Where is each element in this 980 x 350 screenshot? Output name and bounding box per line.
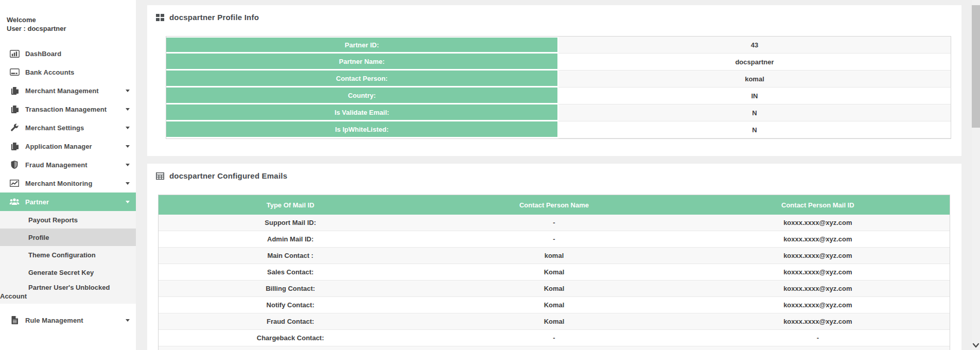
email-contact-name-cell (422, 346, 686, 350)
submenu-item-generate-secret-key[interactable]: Generate Secret Key (0, 264, 136, 281)
email-type-cell: Chargeback Contact: (159, 330, 422, 346)
email-contact-name-cell: Komal (422, 313, 686, 329)
profile-row-label: Partner ID: (166, 37, 558, 54)
profile-table-row: Contact Person: komal (166, 71, 951, 87)
submenu-item-partner-user-s-unblocked-account[interactable]: Partner User's Unblocked Account (0, 281, 131, 304)
users-icon (9, 198, 20, 206)
file-text-icon (9, 316, 20, 324)
caret-down-icon (126, 90, 130, 92)
sidebar: Welcome User : docspartner DashBoard Ban… (0, 0, 136, 350)
email-contact-name-cell: - (422, 215, 686, 231)
sidebar-item-transaction-management[interactable]: Transaction Management (0, 100, 136, 118)
email-contact-name-cell: - (422, 330, 686, 346)
emails-table-row: Billing Contact: Komal koxxx.xxxx@xyz.co… (159, 281, 950, 297)
email-type-cell: Notify Contact: (159, 297, 422, 313)
scrollbar-thumb[interactable] (972, 5, 980, 128)
vertical-scrollbar[interactable] (972, 0, 980, 350)
sidebar-item-dashboard[interactable]: DashBoard (0, 44, 136, 63)
email-mail-id-cell (686, 346, 950, 350)
configured-emails-header: docspartner Configured Emails (147, 164, 961, 180)
submenu-item-theme-configuration[interactable]: Theme Configuration (0, 246, 136, 264)
profile-info-card: docspartner Profile Info Partner ID: 43 … (147, 5, 961, 156)
email-mail-id-cell: koxxx.xxxx@xyz.com (686, 313, 950, 329)
welcome-block: Welcome User : docspartner (0, 0, 136, 33)
email-mail-id-cell: koxxx.xxxx@xyz.com (686, 231, 950, 247)
profile-row-value: N (558, 121, 951, 138)
emails-table-row: Sales Contact: Komal koxxx.xxxx@xyz.com (159, 264, 950, 281)
email-type-cell: Support Mail ID: (159, 215, 422, 231)
caret-down-icon (126, 108, 130, 111)
th-large-icon (156, 13, 165, 21)
email-mail-id-cell: - (686, 330, 950, 346)
profile-info-table: Partner ID: 43 Partner Name: docspartner… (166, 36, 951, 139)
email-contact-name-cell: Komal (422, 281, 686, 296)
profile-row-label: Partner Name: (166, 54, 558, 71)
sidebar-item-bank-accounts[interactable]: Bank Accounts (0, 63, 136, 81)
submenu-item-payout-reports[interactable]: Payout Reports (0, 211, 136, 229)
table-grid-icon (156, 172, 165, 180)
copy-pages-icon (9, 86, 20, 95)
configured-emails-card: docspartner Configured Emails Type Of Ma… (147, 164, 961, 350)
profile-row-label: Contact Person: (166, 71, 558, 87)
emails-header-contact-person-mail-id: Contact Person Mail ID (686, 195, 950, 215)
email-contact-name-cell: komal (422, 248, 686, 264)
user-label: User : docspartner (7, 24, 136, 33)
caret-down-icon (126, 201, 130, 203)
profile-row-label: Is IpWhiteListed: (166, 121, 558, 138)
email-mail-id-cell: koxxx.xxxx@xyz.com (686, 215, 950, 231)
profile-info-header: docspartner Profile Info (147, 5, 961, 22)
emails-header-type-of-mail-id: Type Of Mail ID (159, 195, 422, 215)
profile-row-value: docspartner (558, 54, 951, 71)
caret-down-icon (126, 127, 130, 129)
profile-row-value: IN (558, 87, 951, 104)
copy-pages-icon (9, 142, 20, 150)
configured-emails-table: Type Of Mail IDContact Person NameContac… (158, 195, 950, 350)
sidebar-item-partner[interactable]: Partner (0, 192, 136, 211)
emails-table-row: Main Contact : komal koxxx.xxxx@xyz.com (159, 248, 950, 264)
sidebar-item-fraud-management[interactable]: Fraud Management (0, 155, 136, 174)
email-type-cell (159, 346, 422, 350)
emails-table-header-row: Type Of Mail IDContact Person NameContac… (159, 195, 950, 215)
emails-table-row: Admin Mail ID: - koxxx.xxxx@xyz.com (159, 231, 950, 248)
emails-table-row: Support Mail ID: - koxxx.xxxx@xyz.com (159, 215, 950, 231)
profile-table-row: Partner Name: docspartner (166, 54, 951, 71)
email-mail-id-cell: koxxx.xxxx@xyz.com (686, 297, 950, 313)
partner-submenu: Payout ReportsProfileTheme Configuration… (0, 211, 136, 304)
profile-row-value: N (558, 104, 951, 121)
sidebar-item-merchant-monitoring[interactable]: Merchant Monitoring (0, 174, 136, 192)
email-type-cell: Sales Contact: (159, 264, 422, 280)
email-mail-id-cell: koxxx.xxxx@xyz.com (686, 281, 950, 296)
sidebar-item-merchant-settings[interactable]: Merchant Settings (0, 118, 136, 137)
email-type-cell: Admin Mail ID: (159, 231, 422, 247)
welcome-label: Welcome (7, 15, 136, 24)
emails-table-row (159, 346, 950, 350)
bank-card-icon (9, 68, 20, 76)
profile-table-row: Country: IN (166, 87, 951, 104)
email-type-cell: Billing Contact: (159, 281, 422, 296)
scroll-down-arrow-icon[interactable] (972, 342, 979, 349)
profile-row-label: Is Validate Email: (166, 104, 558, 121)
copy-pages-icon (9, 105, 20, 113)
caret-down-icon (126, 182, 130, 185)
caret-down-icon (126, 145, 130, 148)
caret-down-icon (126, 164, 130, 166)
profile-table-row: Partner ID: 43 (166, 37, 951, 54)
configured-emails-title: docspartner Configured Emails (169, 171, 287, 180)
emails-table-row: Notify Contact: Komal koxxx.xxxx@xyz.com (159, 297, 950, 313)
emails-table-row: Fraud Contact: Komal koxxx.xxxx@xyz.com (159, 313, 950, 330)
emails-table-row: Chargeback Contact: - - (159, 330, 950, 346)
dashboard-icon (9, 49, 20, 58)
email-mail-id-cell: koxxx.xxxx@xyz.com (686, 248, 950, 264)
chart-line-icon (9, 179, 20, 187)
email-type-cell: Fraud Contact: (159, 313, 422, 329)
sidebar-item-merchant-management[interactable]: Merchant Management (0, 81, 136, 100)
sidebar-item-application-manager[interactable]: Application Manager (0, 137, 136, 155)
email-mail-id-cell: koxxx.xxxx@xyz.com (686, 264, 950, 280)
profile-row-value: 43 (558, 37, 951, 54)
email-contact-name-cell: Komal (422, 264, 686, 280)
sidebar-item-rule-management[interactable]: Rule Management (0, 311, 136, 329)
wrench-icon (9, 124, 20, 132)
submenu-item-profile[interactable]: Profile (0, 229, 136, 246)
email-contact-name-cell: - (422, 231, 686, 247)
caret-down-icon (126, 319, 130, 322)
